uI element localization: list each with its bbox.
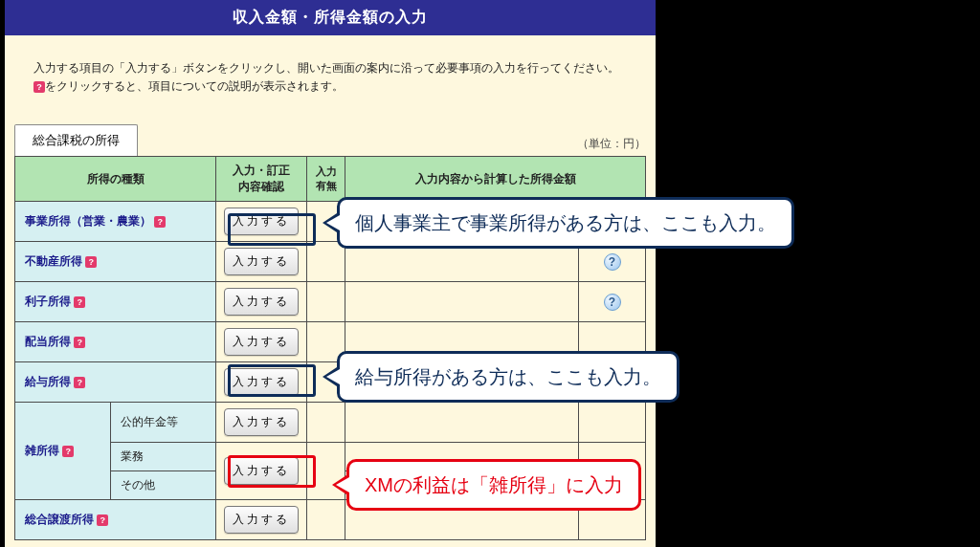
input-button[interactable]: 入力する (224, 328, 299, 356)
instruction-line-1: 入力する項目の「入力する」ボタンをクリックし、開いた画面の案内に沿って必要事項の… (33, 61, 619, 75)
help-icon[interactable]: ? (85, 256, 97, 268)
callout-business: 個人事業主で事業所得がある方は、ここも入力。 (337, 197, 794, 249)
callout-text: 給与所得がある方は、ここも入力。 (355, 366, 661, 387)
row-business-income: 事業所得（営業・農業） (25, 214, 151, 228)
input-button[interactable]: 入力する (224, 288, 299, 316)
input-button[interactable]: 入力する (224, 506, 299, 534)
help-icon[interactable]: ? (62, 446, 74, 457)
callout-text: 個人事業主で事業所得がある方は、ここも入力。 (355, 212, 776, 233)
row-real-estate-income: 不動産所得 (25, 254, 82, 268)
page-title: 収入金額・所得金額の入力 (5, 0, 656, 35)
help-icon[interactable]: ? (154, 216, 166, 228)
input-button[interactable]: 入力する (224, 408, 299, 436)
instruction-block: 入力する項目の「入力する」ボタンをクリックし、開いた画面の案内に沿って必要事項の… (5, 35, 656, 105)
table-row: 利子所得 ? 入力する ? (15, 282, 646, 322)
callout-misc: XMの利益は「雑所得」に入力 (346, 459, 641, 511)
input-button[interactable]: 入力する (224, 457, 299, 485)
row-business-misc: 業務 (111, 443, 216, 471)
tab-comprehensive-tax[interactable]: 総合課税の所得 (14, 124, 138, 156)
input-button[interactable]: 入力する (224, 368, 299, 396)
help-icon[interactable]: ? (74, 377, 85, 388)
callout-text: XMの利益は「雑所得」に入力 (365, 474, 623, 495)
row-other-misc: その他 (111, 471, 216, 500)
th-calculated-amount: 入力内容から計算した所得金額 (345, 157, 646, 202)
question-icon[interactable]: ? (604, 294, 621, 311)
th-input-confirm: 入力・訂正 内容確認 (216, 157, 307, 202)
help-icon[interactable]: ? (97, 514, 108, 526)
help-icon[interactable]: ? (74, 296, 85, 308)
row-interest-income: 利子所得 (25, 295, 71, 308)
help-icon[interactable]: ? (74, 337, 85, 348)
table-row: 雑所得 ? 公的年金等 入力する (15, 403, 646, 443)
row-misc-income: 雑所得 (25, 444, 59, 457)
row-salary-income: 給与所得 (25, 375, 71, 388)
input-button[interactable]: 入力する (224, 208, 299, 235)
th-income-type: 所得の種類 (15, 157, 216, 202)
row-transfer-income: 総合譲渡所得 (25, 513, 94, 526)
help-icon: ? (33, 81, 45, 93)
row-dividend-income: 配当所得 (25, 335, 71, 348)
instruction-line-2: をクリックすると、項目についての説明が表示されます。 (45, 79, 344, 93)
question-icon[interactable]: ? (604, 253, 621, 271)
tab-row: 総合課税の所得 （単位：円） (5, 105, 656, 156)
callout-salary: 給与所得がある方は、ここも入力。 (337, 351, 679, 403)
row-pension: 公的年金等 (111, 403, 216, 443)
input-button[interactable]: 入力する (224, 248, 299, 275)
unit-label: （単位：円） (577, 136, 646, 156)
th-has-input: 入力 有無 (307, 157, 345, 202)
